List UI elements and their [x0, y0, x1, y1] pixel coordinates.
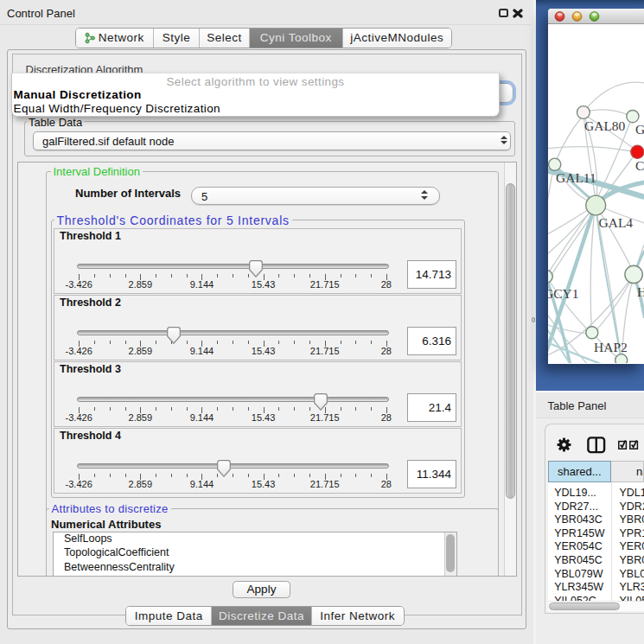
- svg-text:GAL4: GAL4: [598, 215, 633, 230]
- svg-text:HIS: HIS: [637, 284, 644, 299]
- svg-text:CYC: CYC: [634, 158, 644, 173]
- svg-text:HAP2: HAP2: [594, 340, 628, 354]
- svg-text:GCY1: GCY1: [548, 286, 578, 301]
- svg-text:GAL80: GAL80: [584, 118, 626, 133]
- svg-text:GAL11: GAL11: [556, 170, 596, 185]
- svg-text:GAL1: GAL1: [635, 122, 644, 137]
